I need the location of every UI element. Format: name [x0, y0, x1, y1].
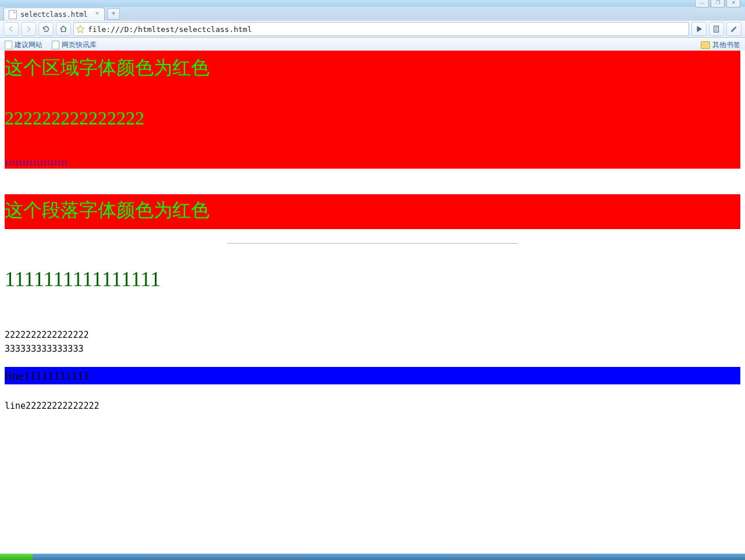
taskbar[interactable]: [0, 554, 745, 560]
file-icon: [5, 41, 12, 49]
arrow-left-icon: [7, 25, 15, 33]
blue-band-line: line11111111111: [5, 367, 740, 384]
green-text-line: 1111111111111111: [5, 267, 740, 291]
window-minimize-button[interactable]: —: [695, 0, 709, 8]
bookmark-web-slice[interactable]: 网页快讯库: [52, 40, 97, 50]
tab-strip: selectclass.html × +: [0, 7, 745, 20]
red-paragraph-heading: 这个段落字体颜色为红色: [5, 194, 740, 229]
new-tab-button[interactable]: +: [107, 8, 120, 20]
home-icon: [59, 25, 68, 33]
window-maximize-button[interactable]: ❐: [711, 0, 725, 8]
red-div-heading-2: 222222222222222: [5, 103, 740, 135]
window-titlebar: [0, 0, 745, 7]
red-div-block: 这个区域字体颜色为红色 222222222222222 111111111111…: [5, 51, 740, 169]
other-bookmarks-label: 其他书签: [712, 40, 740, 50]
browser-tab[interactable]: selectclass.html ×: [3, 8, 105, 20]
horizontal-rule: [227, 243, 518, 244]
page-viewport[interactable]: 这个区域字体颜色为红色 222222222222222 111111111111…: [0, 51, 745, 554]
bookmark-star-icon[interactable]: [76, 25, 84, 33]
arrow-right-icon: [24, 25, 33, 33]
tab-title: selectclass.html: [20, 10, 88, 19]
bookmark-label: 建议网站: [15, 40, 42, 50]
line2-text: line22222222222222: [5, 401, 740, 411]
folder-icon: [701, 41, 710, 49]
toolbar: [0, 20, 745, 38]
wrench-icon: [730, 25, 738, 33]
go-button[interactable]: [691, 22, 707, 36]
start-button[interactable]: [0, 554, 33, 560]
url-input[interactable]: [87, 24, 686, 34]
red-div-heading-1: 这个区域字体颜色为红色: [5, 51, 740, 87]
tab-close-button[interactable]: ×: [94, 10, 101, 17]
home-button[interactable]: [56, 22, 71, 36]
window-close-button[interactable]: ✕: [726, 0, 740, 8]
bookmark-label: 网页快讯库: [62, 40, 97, 50]
forward-button[interactable]: [21, 22, 36, 36]
plain-text-3: 333333333333333: [5, 344, 740, 354]
bookmark-suggested-sites[interactable]: 建议网站: [5, 40, 42, 50]
other-bookmarks-button[interactable]: 其他书签: [701, 40, 740, 50]
page-icon: [712, 25, 721, 33]
red-div-small-text: 111111111111111111: [5, 158, 740, 169]
page-menu-button[interactable]: [709, 22, 724, 36]
file-icon: [9, 10, 17, 19]
plain-text-2: 2222222222222222: [5, 330, 740, 340]
wrench-menu-button[interactable]: [726, 22, 742, 36]
reload-icon: [42, 25, 50, 33]
play-icon: [695, 25, 703, 33]
address-bar[interactable]: [73, 22, 689, 36]
back-button[interactable]: [3, 22, 19, 36]
red-paragraph-block: 这个段落字体颜色为红色: [5, 194, 740, 229]
file-icon: [52, 41, 59, 49]
reload-button[interactable]: [38, 22, 54, 36]
